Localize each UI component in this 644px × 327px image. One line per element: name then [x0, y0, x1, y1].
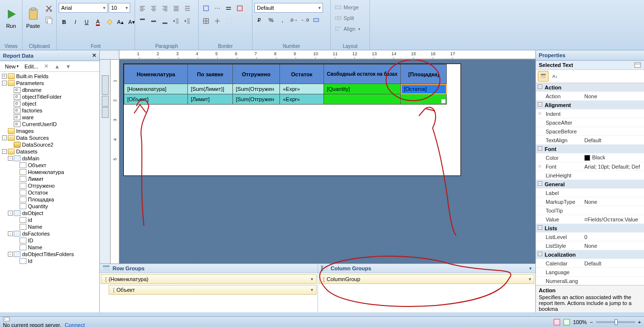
data-cell[interactable]: [Номенклатура] — [124, 84, 188, 94]
align-center-button[interactable] — [148, 3, 159, 14]
new-menu[interactable]: New▾ — [2, 62, 22, 70]
property-pages-icon[interactable] — [634, 62, 641, 68]
selected-data-cell[interactable]: [Остаток] — [401, 84, 447, 94]
tree-item[interactable]: id — [0, 217, 99, 223]
percent-button[interactable]: % — [266, 15, 276, 25]
header-cell[interactable]: Остаток — [280, 65, 324, 84]
property-row[interactable]: LineHeight — [536, 171, 644, 180]
valign-top-button[interactable] — [137, 16, 148, 26]
row-group-item[interactable]: [(Номенклатура)▼ — [101, 274, 317, 284]
number-format-combo[interactable]: Default▼ — [254, 3, 323, 13]
property-row[interactable]: ActionNone — [536, 92, 644, 101]
tree-item[interactable]: objectTitleFolder — [0, 93, 99, 100]
grow-font-button[interactable]: A▴ — [115, 17, 126, 27]
italic-button[interactable]: I — [70, 17, 81, 27]
tree-item[interactable]: -dsObjectTitlesFolders — [0, 251, 99, 258]
tree-item[interactable]: Номенклатура — [0, 169, 99, 175]
zoom-out-button[interactable]: − — [590, 319, 593, 325]
group-mode-menu[interactable]: ▼ — [529, 266, 532, 271]
border-all-button[interactable] — [201, 16, 211, 26]
tree-item[interactable]: Images — [0, 128, 99, 134]
dec-inc-button[interactable]: .0→ — [288, 15, 299, 25]
property-row[interactable]: MarkupTypeNone — [536, 197, 644, 206]
property-row[interactable]: ListStyleNone — [536, 241, 644, 250]
tree-item[interactable]: Name — [0, 223, 99, 230]
outdent-button[interactable] — [171, 16, 182, 26]
cut-button[interactable] — [44, 3, 54, 14]
tree-item[interactable]: Лимит — [0, 175, 99, 182]
property-category[interactable]: ▫Alignment — [536, 101, 644, 109]
tree-item[interactable]: -dsObject — [0, 210, 99, 217]
zoom-in-button[interactable]: + — [638, 319, 641, 325]
border-none-button[interactable] — [223, 16, 234, 26]
data-cell[interactable]: [Объект] — [124, 94, 188, 105]
alphabetical-button[interactable]: A↓ — [550, 71, 560, 82]
tree-item[interactable]: Объект — [0, 162, 99, 169]
tree-item[interactable]: CurrentUserID — [0, 121, 99, 128]
categorized-button[interactable] — [538, 71, 549, 82]
move-up-button[interactable]: ▲ — [51, 62, 63, 70]
design-canvas[interactable]: Номенклатура По заявке Отгружено Остаток… — [119, 60, 535, 263]
move-down-button[interactable]: ▼ — [63, 62, 74, 70]
property-category[interactable]: ▫Font — [536, 145, 644, 153]
tree-item[interactable]: -Data Sources — [0, 134, 99, 141]
tree-item[interactable]: object — [0, 100, 99, 107]
connect-link[interactable]: Connect — [65, 322, 85, 327]
tablix[interactable]: Номенклатура По заявке Отгружено Остаток… — [124, 64, 447, 105]
split-button[interactable]: Split — [333, 14, 356, 22]
tree-item[interactable]: Площадка — [0, 196, 99, 203]
property-row[interactable]: ListLevel0 — [536, 233, 644, 241]
property-row[interactable]: NumeralLang — [536, 277, 644, 285]
border-width-button[interactable] — [223, 3, 234, 14]
field-picker-icon[interactable] — [441, 99, 446, 104]
copy-button[interactable] — [44, 15, 54, 25]
property-category[interactable]: ▫Localization — [536, 250, 644, 259]
thousands-button[interactable]: , — [277, 15, 288, 25]
border-style-button[interactable] — [212, 3, 223, 14]
tree-item[interactable]: +Built-in Fields — [0, 73, 99, 80]
report-data-tree[interactable]: +Built-in Fields-ParametersdbnameobjectT… — [0, 72, 99, 312]
data-cell[interactable] — [401, 94, 447, 105]
header-cell[interactable]: По заявке — [188, 65, 233, 84]
property-row[interactable]: ToolTip — [536, 206, 644, 215]
tree-item[interactable]: -Parameters — [0, 80, 99, 87]
run-button[interactable]: Run — [2, 1, 20, 35]
property-row[interactable]: ▷FontArial; 10pt; Default; Def — [536, 162, 644, 171]
font-color-button[interactable]: A — [92, 17, 103, 27]
data-cell[interactable]: [Sum(Лимит)] — [188, 84, 233, 94]
property-category[interactable]: ▫Action — [536, 83, 644, 92]
row-selector-gutter[interactable] — [100, 60, 111, 263]
property-row[interactable]: ▷Indent — [536, 109, 644, 118]
tree-item[interactable]: ID — [0, 237, 99, 244]
property-row[interactable]: SpaceAfter — [536, 118, 644, 127]
data-cell[interactable]: «Expr» — [280, 94, 324, 105]
tree-item[interactable]: -dsMain — [0, 155, 99, 162]
border-inside-button[interactable] — [212, 16, 223, 26]
data-cell[interactable]: [Лимит] — [188, 94, 233, 105]
header-cell[interactable]: Номенклатура — [124, 65, 188, 84]
tree-item[interactable]: DataSource2 — [0, 141, 99, 148]
property-row[interactable]: Label — [536, 189, 644, 197]
edit-button[interactable]: Edit... — [22, 62, 41, 70]
valign-bot-button[interactable] — [160, 16, 170, 26]
align-menu[interactable]: Align▾ — [333, 24, 362, 33]
tree-item[interactable]: ware — [0, 114, 99, 121]
dec-dec-button[interactable]: ←.0 — [299, 15, 310, 25]
header-cell[interactable]: Свободный остаток на базах — [324, 65, 401, 84]
tree-item[interactable]: Остаток — [0, 189, 99, 196]
tree-item[interactable]: Name — [0, 244, 99, 251]
valign-mid-button[interactable] — [148, 16, 159, 26]
font-name-combo[interactable]: Arial▼ — [59, 3, 108, 13]
underline-button[interactable]: U — [81, 17, 92, 27]
border-color-button[interactable] — [234, 3, 245, 14]
tree-item[interactable]: Quantity — [0, 203, 99, 210]
merge-button[interactable]: Merge — [333, 3, 361, 12]
data-cell[interactable]: [Quantity] — [324, 84, 401, 94]
tree-item[interactable]: -dsFactories — [0, 230, 99, 237]
zoom-slider[interactable] — [596, 321, 635, 323]
tree-item[interactable]: dbname — [0, 87, 99, 93]
data-cell[interactable]: [Sum(Отгружен — [233, 94, 280, 105]
close-icon[interactable]: ✕ — [92, 52, 96, 59]
placeholder-button[interactable] — [311, 15, 322, 25]
column-group-item[interactable]: [ColumnGroup▼ — [319, 274, 535, 284]
